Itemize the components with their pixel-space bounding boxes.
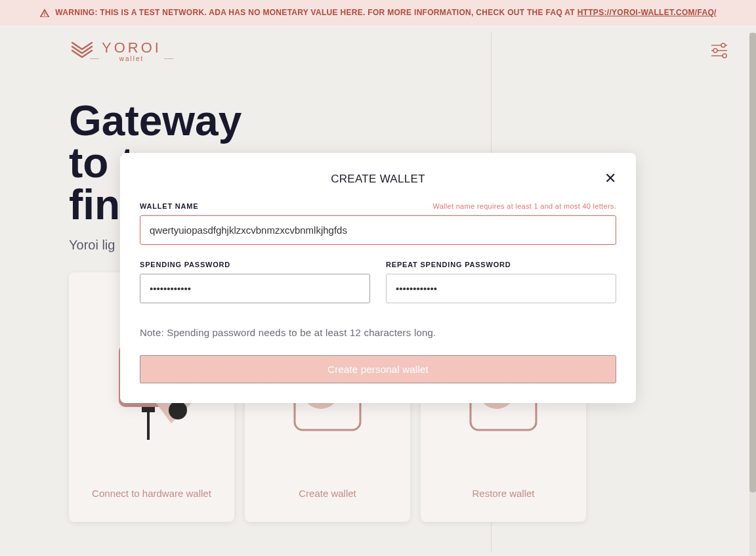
create-wallet-modal: CREATE WALLET ✕ WALLET NAME Wallet name … bbox=[120, 153, 636, 403]
spending-password-input[interactable] bbox=[140, 274, 370, 303]
close-icon[interactable]: ✕ bbox=[604, 170, 616, 187]
modal-overlay: CREATE WALLET ✕ WALLET NAME Wallet name … bbox=[0, 0, 756, 556]
wallet-name-input[interactable] bbox=[140, 215, 616, 245]
repeat-password-label: REPEAT SPENDING PASSWORD bbox=[386, 261, 616, 268]
password-note: Note: Spending password needs to be at l… bbox=[140, 327, 616, 338]
modal-title: CREATE WALLET bbox=[140, 173, 616, 186]
create-personal-wallet-button[interactable]: Create personal wallet bbox=[140, 355, 616, 383]
wallet-name-label: WALLET NAME bbox=[140, 202, 198, 210]
wallet-name-error: Wallet name requires at least 1 and at m… bbox=[432, 202, 616, 210]
spending-password-label: SPENDING PASSWORD bbox=[140, 261, 370, 268]
repeat-password-input[interactable] bbox=[386, 274, 616, 303]
